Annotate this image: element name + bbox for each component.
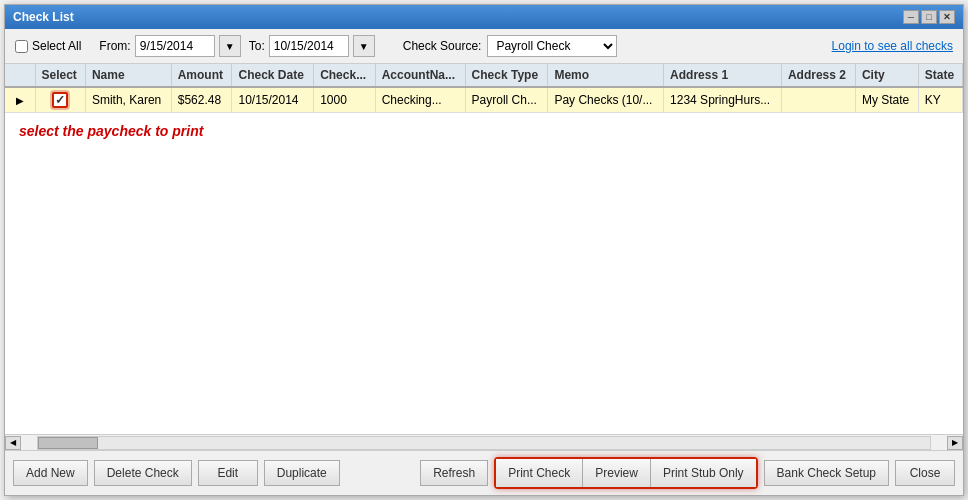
edit-button[interactable]: Edit	[198, 460, 258, 486]
col-header-check-num: Check...	[314, 64, 376, 87]
main-window: Check List ─ □ ✕ Select All From: ▼ To: …	[4, 4, 964, 496]
row-amount: $562.48	[171, 87, 232, 113]
restore-button[interactable]: □	[921, 10, 937, 24]
select-all-label: Select All	[32, 39, 81, 53]
bank-check-setup-button[interactable]: Bank Check Setup	[764, 460, 889, 486]
col-header-address2: Address 2	[781, 64, 855, 87]
row-check-date: 10/15/2014	[232, 87, 314, 113]
check-source-label: Check Source:	[403, 39, 482, 53]
row-state: KY	[918, 87, 962, 113]
scroll-right-button[interactable]: ▶	[947, 436, 963, 450]
row-check-num: 1000	[314, 87, 376, 113]
checks-table: Select Name Amount Check Date Check... A…	[5, 64, 963, 113]
refresh-button[interactable]: Refresh	[420, 460, 488, 486]
to-date-input[interactable]	[269, 35, 349, 57]
table-row[interactable]: ▶ Smith, Karen $562.48 10/15/2014 1000 C…	[5, 87, 963, 113]
col-header-address1: Address 1	[664, 64, 782, 87]
to-label: To:	[249, 39, 265, 53]
col-header-check-type: Check Type	[465, 64, 548, 87]
table-container: Select Name Amount Check Date Check... A…	[5, 64, 963, 434]
row-checkbox[interactable]	[52, 92, 68, 108]
table-header-row: Select Name Amount Check Date Check... A…	[5, 64, 963, 87]
row-name: Smith, Karen	[85, 87, 171, 113]
check-source-select[interactable]: Payroll Check Bank Check All	[487, 35, 617, 57]
print-check-button[interactable]: Print Check	[496, 459, 583, 487]
col-header-select: Select	[35, 64, 85, 87]
scrollbar-thumb[interactable]	[38, 437, 98, 449]
col-header-city: City	[855, 64, 918, 87]
to-calendar-button[interactable]: ▼	[353, 35, 375, 57]
to-date-field: To: ▼	[249, 35, 375, 57]
right-button-group: Refresh Print Check Preview Print Stub O…	[420, 457, 955, 489]
col-header-account: AccountNa...	[375, 64, 465, 87]
row-check-type: Payroll Ch...	[465, 87, 548, 113]
col-header-check-date: Check Date	[232, 64, 314, 87]
preview-button[interactable]: Preview	[583, 459, 651, 487]
row-address1: 1234 SpringHurs...	[664, 87, 782, 113]
toolbar: Select All From: ▼ To: ▼ Check Source: P…	[5, 29, 963, 64]
row-memo: Pay Checks (10/...	[548, 87, 664, 113]
col-header-name: Name	[85, 64, 171, 87]
minimize-button[interactable]: ─	[903, 10, 919, 24]
row-address2	[781, 87, 855, 113]
col-header-pointer	[5, 64, 35, 87]
duplicate-button[interactable]: Duplicate	[264, 460, 340, 486]
col-header-amount: Amount	[171, 64, 232, 87]
close-window-button[interactable]: ✕	[939, 10, 955, 24]
row-pointer-cell: ▶	[5, 87, 35, 113]
check-source-container: Check Source: Payroll Check Bank Check A…	[403, 35, 618, 57]
from-date-input[interactable]	[135, 35, 215, 57]
row-select-cell[interactable]	[35, 87, 85, 113]
add-new-button[interactable]: Add New	[13, 460, 88, 486]
from-label: From:	[99, 39, 130, 53]
title-bar: Check List ─ □ ✕	[5, 5, 963, 29]
horizontal-scrollbar[interactable]: ◀ ▶	[5, 434, 963, 450]
title-bar-buttons: ─ □ ✕	[903, 10, 955, 24]
print-stub-only-button[interactable]: Print Stub Only	[651, 459, 756, 487]
select-all-container: Select All	[15, 39, 81, 53]
col-header-memo: Memo	[548, 64, 664, 87]
highlighted-button-group: Print Check Preview Print Stub Only	[494, 457, 757, 489]
select-all-checkbox[interactable]	[15, 40, 28, 53]
close-button[interactable]: Close	[895, 460, 955, 486]
from-date-field: From: ▼	[99, 35, 240, 57]
delete-check-button[interactable]: Delete Check	[94, 460, 192, 486]
instruction-text: select the paycheck to print	[5, 113, 963, 149]
scroll-left-button[interactable]: ◀	[5, 436, 21, 450]
bottom-bar: Add New Delete Check Edit Duplicate Refr…	[5, 450, 963, 495]
window-title: Check List	[13, 10, 74, 24]
row-account: Checking...	[375, 87, 465, 113]
scrollbar-track[interactable]	[37, 436, 931, 450]
col-header-state: State	[918, 64, 962, 87]
row-city: My State	[855, 87, 918, 113]
from-calendar-button[interactable]: ▼	[219, 35, 241, 57]
login-link[interactable]: Login to see all checks	[832, 39, 953, 53]
